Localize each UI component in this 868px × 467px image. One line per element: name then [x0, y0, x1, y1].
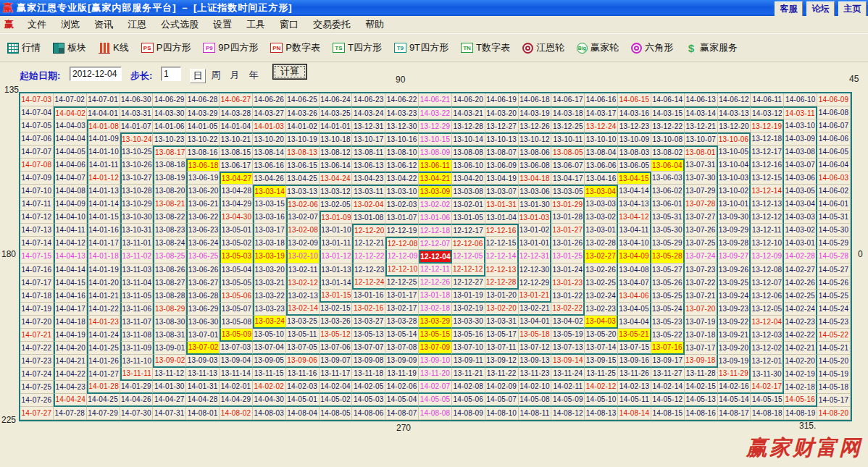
date-cell[interactable]: 12-12-26 [419, 277, 452, 290]
date-cell[interactable]: 14-06-09 [817, 93, 851, 106]
date-cell[interactable]: 13-08-13 [286, 146, 320, 159]
date-cell[interactable]: 14-03-31 [120, 106, 154, 119]
date-cell[interactable]: 13-12-07 [751, 277, 784, 290]
date-cell[interactable]: 13-06-12 [385, 159, 419, 172]
date-cell[interactable]: 14-05-27 [817, 264, 851, 277]
date-cell[interactable]: 12-12-08 [385, 237, 419, 250]
date-cell[interactable]: 13-02-22 [551, 303, 585, 316]
date-cell[interactable]: 13-02-15 [320, 303, 353, 316]
date-cell[interactable]: 14-04-13 [54, 250, 87, 263]
date-cell[interactable]: 13-07-07 [352, 342, 385, 355]
date-cell[interactable]: 14-08-20 [817, 407, 851, 420]
date-cell[interactable]: 13-09-25 [718, 277, 751, 290]
date-cell[interactable]: 13-12-03 [751, 329, 784, 342]
date-cell[interactable]: 13-10-26 [120, 159, 154, 172]
date-cell[interactable]: 14-03-04 [784, 198, 817, 211]
date-cell[interactable]: 13-11-01 [120, 237, 154, 250]
date-cell[interactable]: 13-11-24 [551, 368, 585, 381]
date-cell[interactable]: 13-10-11 [551, 132, 585, 146]
date-cell[interactable]: 14-03-29 [186, 106, 220, 119]
date-cell[interactable]: 14-03-24 [352, 106, 385, 119]
date-cell[interactable]: 13-03-14 [253, 185, 286, 198]
date-cell[interactable]: 14-08-06 [352, 407, 385, 420]
date-cell[interactable]: 13-09-17 [651, 355, 685, 368]
date-cell[interactable]: 14-02-27 [784, 264, 817, 277]
date-cell[interactable]: 13-07-21 [685, 290, 718, 303]
date-cell[interactable]: 14-06-10 [784, 93, 817, 106]
date-cell[interactable]: 14-02-14 [651, 381, 685, 394]
date-cell[interactable]: 14-04-08 [54, 185, 87, 198]
date-cell[interactable]: 12-12-06 [452, 237, 485, 250]
date-cell[interactable]: 14-05-20 [817, 355, 851, 368]
date-cell[interactable]: 14-08-01 [186, 407, 220, 420]
date-cell[interactable]: 14-06-04 [817, 159, 851, 172]
date-cell[interactable]: 13-06-05 [618, 159, 651, 172]
date-cell[interactable]: 13-04-26 [253, 172, 286, 185]
date-cell[interactable]: 14-08-19 [784, 407, 817, 420]
date-cell[interactable]: 13-07-11 [485, 342, 519, 355]
date-cell[interactable]: 13-10-17 [352, 132, 385, 146]
date-cell[interactable]: 13-12-11 [751, 224, 784, 237]
date-cell[interactable]: 13-02-02 [419, 198, 452, 211]
date-cell[interactable]: 13-04-13 [618, 198, 651, 211]
date-cell[interactable]: 13-02-07 [286, 211, 320, 224]
date-cell[interactable]: 13-10-12 [519, 132, 552, 146]
date-cell[interactable]: 13-12-27 [485, 119, 519, 132]
date-cell[interactable]: 13-10-29 [120, 198, 154, 211]
date-cell[interactable]: 13-06-21 [186, 198, 220, 211]
menu-item[interactable]: 文件 [20, 18, 54, 31]
date-cell[interactable]: 14-03-19 [519, 106, 552, 119]
date-cell[interactable]: 13-01-21 [519, 290, 552, 303]
date-cell[interactable]: 13-08-10 [385, 146, 419, 159]
toolbar-button[interactable]: PNP数字表 [270, 41, 320, 54]
date-cell[interactable]: 14-04-15 [54, 277, 87, 290]
calculate-button[interactable]: 计算 [272, 64, 307, 80]
date-cell[interactable]: 14-06-27 [220, 93, 253, 106]
date-cell[interactable]: 14-08-02 [220, 407, 253, 420]
date-cell[interactable]: 14-04-02 [54, 106, 87, 119]
date-cell[interactable]: 13-12-19 [751, 119, 784, 132]
date-cell[interactable]: 13-07-08 [385, 342, 419, 355]
date-cell[interactable]: 13-11-17 [320, 368, 353, 381]
date-cell[interactable]: 13-09-02 [153, 355, 186, 368]
date-cell[interactable]: 13-07-09 [419, 342, 452, 355]
date-cell[interactable]: 14-05-01 [286, 394, 320, 407]
date-cell[interactable]: 13-09-24 [718, 290, 751, 303]
date-cell[interactable]: 13-08-27 [153, 277, 186, 290]
date-cell[interactable]: 12-12-11 [419, 264, 452, 277]
date-cell[interactable]: 13-03-08 [452, 185, 485, 198]
date-cell[interactable]: 13-06-30 [186, 316, 220, 329]
date-cell[interactable]: 14-07-14 [20, 237, 54, 250]
date-cell[interactable]: 13-07-15 [618, 342, 651, 355]
date-cell[interactable]: 14-05-15 [751, 394, 784, 407]
date-cell[interactable]: 13-03-17 [253, 224, 286, 237]
date-cell[interactable]: 14-05-19 [817, 368, 851, 381]
date-cell[interactable]: 14-04-18 [54, 316, 87, 329]
date-cell[interactable]: 12-12-16 [485, 224, 519, 237]
date-cell[interactable]: 13-12-10 [751, 237, 784, 250]
date-cell[interactable]: 13-05-14 [385, 329, 419, 342]
date-cell[interactable]: 13-01-19 [452, 290, 485, 303]
date-cell[interactable]: 14-04-21 [54, 355, 87, 368]
date-cell[interactable]: 13-01-17 [385, 290, 419, 303]
date-cell[interactable]: 13-10-23 [153, 132, 186, 146]
date-cell[interactable]: 13-12-21 [685, 119, 718, 132]
date-cell[interactable]: 13-11-22 [485, 368, 519, 381]
date-cell[interactable]: 13-03-18 [253, 237, 286, 250]
date-cell[interactable]: 14-05-06 [452, 394, 485, 407]
date-cell[interactable]: 13-04-10 [618, 237, 651, 250]
start-date-input[interactable]: 2012-12-04 [70, 67, 122, 81]
date-cell[interactable]: 13-08-12 [320, 146, 353, 159]
date-cell[interactable]: 13-05-22 [651, 329, 685, 342]
date-cell[interactable]: 13-07-18 [685, 329, 718, 342]
date-cell[interactable]: 13-11-04 [120, 277, 154, 290]
date-cell[interactable]: 13-04-11 [618, 224, 651, 237]
date-cell[interactable]: 13-03-28 [385, 316, 419, 329]
date-cell[interactable]: 13-12-29 [419, 119, 452, 132]
date-cell[interactable]: 13-10-02 [718, 185, 751, 198]
date-cell[interactable]: 13-06-26 [186, 264, 220, 277]
date-cell[interactable]: 13-06-28 [186, 290, 220, 303]
date-cell[interactable]: 14-04-29 [220, 394, 253, 407]
date-cell[interactable]: 14-06-28 [186, 93, 220, 106]
date-cell[interactable]: 14-03-23 [385, 106, 419, 119]
